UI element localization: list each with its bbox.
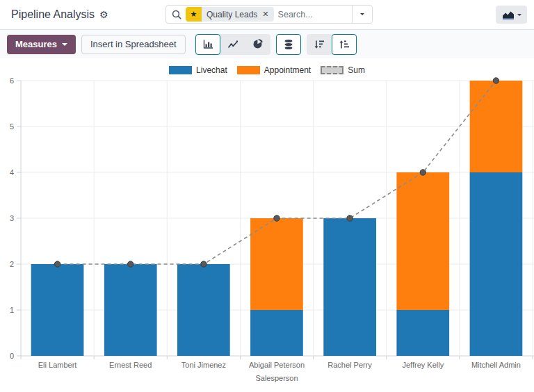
legend-swatch-sum xyxy=(321,66,343,74)
search-facet-quality-leads[interactable]: ★ Quality Leads ✕ xyxy=(186,7,274,22)
legend-label: Appointment xyxy=(264,65,311,75)
svg-text:Eli Lambert: Eli Lambert xyxy=(38,361,77,369)
graph-toolbar: Measures Insert in Spreadsheet xyxy=(0,29,534,58)
svg-text:0: 0 xyxy=(10,352,14,360)
sort-ascending-button[interactable] xyxy=(332,34,357,55)
star-icon: ★ xyxy=(186,7,202,22)
legend-label: Sum xyxy=(348,65,365,75)
svg-text:Ernest Reed: Ernest Reed xyxy=(109,361,152,369)
svg-text:Rachel Perry: Rachel Perry xyxy=(327,361,372,369)
search-icon xyxy=(166,10,186,19)
legend-swatch-livechat xyxy=(169,66,192,74)
svg-text:3: 3 xyxy=(10,214,14,222)
legend-label: Livechat xyxy=(196,65,227,75)
svg-text:Abigail Peterson: Abigail Peterson xyxy=(249,361,305,369)
sort-group xyxy=(307,34,357,55)
svg-text:6: 6 xyxy=(10,76,14,85)
measures-label: Measures xyxy=(15,39,57,49)
svg-text:1: 1 xyxy=(10,306,14,314)
bar-chart-button[interactable] xyxy=(195,34,220,55)
control-panel-header: Pipeline Analysis ⚙ ★ Quality Leads ✕ xyxy=(0,0,534,29)
insert-in-spreadsheet-button[interactable]: Insert in Spreadsheet xyxy=(81,35,186,54)
stacked-toggle-group xyxy=(276,34,301,55)
line-chart-button[interactable] xyxy=(220,34,245,55)
measures-button[interactable]: Measures xyxy=(7,35,76,54)
stacked-database-icon xyxy=(284,39,293,50)
chevron-down-icon xyxy=(517,14,521,16)
chart-area: Livechat Appointment Sum 0123456Eli Lamb… xyxy=(0,58,534,392)
search-bar[interactable]: ★ Quality Leads ✕ xyxy=(165,5,373,24)
sort-descending-icon xyxy=(314,40,325,49)
pipeline-chart-svg[interactable]: 0123456Eli LambertErnest ReedToni Jimene… xyxy=(0,76,534,392)
legend-item-livechat[interactable]: Livechat xyxy=(169,65,227,75)
facet-close-icon[interactable]: ✕ xyxy=(260,7,273,22)
breadcrumb: Pipeline Analysis ⚙ xyxy=(7,8,108,21)
view-switcher-button[interactable] xyxy=(496,6,527,24)
svg-text:Jeffrey Kelly: Jeffrey Kelly xyxy=(402,361,444,369)
legend-item-appointment[interactable]: Appointment xyxy=(237,65,311,75)
svg-text:4: 4 xyxy=(10,168,14,177)
stacked-toggle-button[interactable] xyxy=(276,34,301,55)
gear-icon[interactable]: ⚙ xyxy=(99,10,108,19)
pie-chart-icon xyxy=(252,39,264,49)
sort-ascending-icon xyxy=(339,40,350,49)
page-title: Pipeline Analysis xyxy=(11,8,95,21)
chart-legend: Livechat Appointment Sum xyxy=(0,58,534,76)
area-chart-icon xyxy=(502,10,515,19)
svg-text:Toni Jimenez: Toni Jimenez xyxy=(181,361,226,369)
legend-item-sum[interactable]: Sum xyxy=(321,65,365,75)
svg-text:5: 5 xyxy=(10,122,14,131)
svg-text:Mitchell Admin: Mitchell Admin xyxy=(471,361,521,369)
facet-label: Quality Leads xyxy=(202,7,260,22)
chevron-down-icon xyxy=(360,13,364,15)
pie-chart-button[interactable] xyxy=(245,34,270,55)
svg-text:Salesperson: Salesperson xyxy=(255,374,298,382)
search-dropdown-toggle[interactable] xyxy=(352,6,372,23)
legend-swatch-appointment xyxy=(237,66,260,74)
sort-descending-button[interactable] xyxy=(307,34,332,55)
line-chart-icon xyxy=(227,40,238,49)
chart-type-group xyxy=(195,34,270,55)
search-input[interactable] xyxy=(278,6,352,23)
bar-chart-icon xyxy=(202,39,213,49)
chevron-down-icon xyxy=(62,43,67,46)
svg-text:2: 2 xyxy=(10,260,14,268)
